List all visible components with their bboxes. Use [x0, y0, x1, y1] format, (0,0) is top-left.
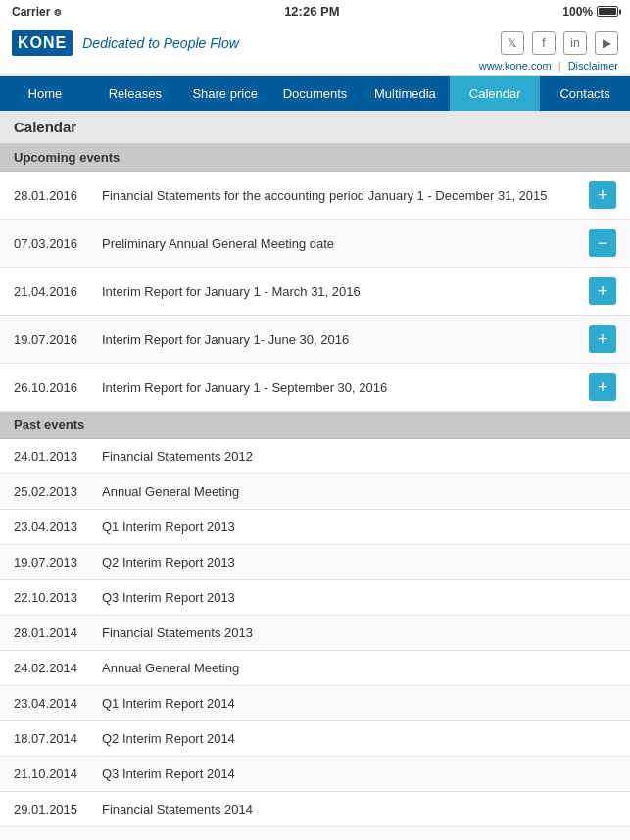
- past-event-row: 23.04.2014Q1 Interim Report 2014: [0, 686, 630, 721]
- event-title: Q3 Interim Report 2013: [102, 590, 616, 605]
- battery-bar: [597, 6, 618, 17]
- past-section-header: Past events: [0, 412, 630, 439]
- event-title: Q1 Interim Report 2013: [102, 519, 616, 534]
- facebook-icon[interactable]: f: [532, 31, 556, 55]
- expand-event-button[interactable]: +: [589, 373, 616, 401]
- social-icons-group: 𝕏 f in ▶: [501, 31, 618, 55]
- past-event-row: 29.01.2015Financial Statements 2014: [0, 792, 630, 827]
- event-title: Preliminary Annual General Meeting date: [102, 236, 589, 251]
- past-event-row: 24.02.2014Annual General Meeting: [0, 651, 630, 686]
- status-bar: Carrier ⌾ 12:26 PM 100%: [0, 0, 630, 23]
- header-links: www.kone.com | Disclaimer: [12, 58, 618, 72]
- event-title: Financial Statements 2012: [102, 449, 616, 464]
- event-title: Interim Report for January 1- June 30, 2…: [102, 332, 589, 347]
- expand-event-button[interactable]: +: [589, 277, 616, 305]
- past-event-row: 18.07.2014Q2 Interim Report 2014: [0, 721, 630, 757]
- event-title: Q2 Interim Report 2013: [102, 555, 616, 569]
- event-title: Q2 Interim Report 2014: [102, 731, 616, 746]
- event-title: Financial Statements 2013: [102, 625, 616, 640]
- event-date: 07.03.2016: [14, 236, 102, 251]
- carrier-label: Carrier: [12, 5, 50, 19]
- event-title: Q1 Interim Report 2014: [102, 696, 616, 711]
- upcoming-section-header: Upcoming events: [0, 144, 630, 172]
- battery-fill: [599, 8, 616, 15]
- page-title: Calendar: [0, 111, 630, 144]
- carrier-signal: Carrier ⌾: [12, 5, 61, 19]
- nav-calendar[interactable]: Calendar: [450, 76, 540, 111]
- event-date: 28.01.2016: [14, 188, 102, 203]
- twitter-icon[interactable]: 𝕏: [501, 31, 524, 55]
- past-event-row: 21.10.2014Q3 Interim Report 2014: [0, 757, 630, 792]
- event-date: 19.07.2016: [14, 332, 102, 347]
- battery-indicator: 100%: [562, 5, 618, 19]
- past-event-row: 24.01.2013Financial Statements 2012: [0, 439, 630, 474]
- collapse-event-button[interactable]: −: [589, 229, 616, 257]
- past-event-row: 28.01.2014Financial Statements 2013: [0, 616, 630, 651]
- logo-text: KONE: [18, 34, 67, 52]
- event-date: 19.07.2013: [14, 555, 102, 569]
- youtube-icon[interactable]: ▶: [595, 31, 618, 55]
- past-event-row: 25.02.2013Annual General Meeting: [0, 474, 630, 510]
- event-date: 22.10.2013: [14, 590, 102, 605]
- navigation: Home Releases Share price Documents Mult…: [0, 76, 630, 111]
- event-date: 29.01.2015: [14, 802, 102, 816]
- event-title: Interim Report for January 1 - March 31,…: [102, 284, 589, 299]
- kone-logo: KONE: [12, 30, 73, 56]
- linkedin-icon[interactable]: in: [563, 31, 587, 55]
- event-date: 25.02.2013: [14, 484, 102, 499]
- nav-contacts[interactable]: Contacts: [540, 76, 630, 111]
- wifi-icon: ⌾: [54, 5, 61, 19]
- upcoming-events-list: 28.01.2016Financial Statements for the a…: [0, 172, 630, 412]
- past-events-list: 24.01.2013Financial Statements 201225.02…: [0, 439, 630, 840]
- pipe-divider: |: [558, 60, 561, 72]
- disclaimer-link[interactable]: Disclaimer: [568, 60, 618, 72]
- event-title: Q3 Interim Report 2014: [102, 766, 616, 781]
- event-date: 21.10.2014: [14, 766, 102, 781]
- expand-event-button[interactable]: +: [589, 325, 616, 353]
- battery-percent: 100%: [562, 5, 593, 19]
- past-event-row: 23.04.2013Q1 Interim Report 2013: [0, 510, 630, 545]
- header-top: KONE Dedicated to People Flow 𝕏 f in ▶: [12, 30, 618, 56]
- event-title: Annual General Meeting: [102, 484, 616, 499]
- nav-releases[interactable]: Releases: [90, 76, 180, 111]
- tagline: Dedicated to People Flow: [82, 35, 239, 51]
- event-date: 23.04.2013: [14, 519, 102, 534]
- upcoming-event-row: 21.04.2016Interim Report for January 1 -…: [0, 268, 630, 316]
- nav-home[interactable]: Home: [0, 76, 90, 111]
- event-date: 18.07.2014: [14, 731, 102, 746]
- event-title: Financial Statements for the accounting …: [102, 188, 589, 203]
- nav-multimedia[interactable]: Multimedia: [360, 76, 450, 111]
- upcoming-event-row: 28.01.2016Financial Statements for the a…: [0, 172, 630, 220]
- event-date: 24.02.2014: [14, 661, 102, 675]
- past-event-row: 22.10.2013Q3 Interim Report 2013: [0, 580, 630, 616]
- event-date: 23.04.2014: [14, 696, 102, 711]
- nav-documents[interactable]: Documents: [270, 76, 361, 111]
- expand-event-button[interactable]: +: [589, 181, 616, 209]
- header: KONE Dedicated to People Flow 𝕏 f in ▶ w…: [0, 23, 630, 76]
- clock: 12:26 PM: [284, 4, 339, 19]
- upcoming-event-row: 07.03.2016Preliminary Annual General Mee…: [0, 220, 630, 268]
- event-date: 26.10.2016: [14, 380, 102, 395]
- upcoming-event-row: 19.07.2016Interim Report for January 1- …: [0, 316, 630, 364]
- nav-share-price[interactable]: Share price: [180, 76, 270, 111]
- event-title: Financial Statements 2014: [102, 802, 616, 816]
- website-link[interactable]: www.kone.com: [479, 60, 552, 72]
- past-event-row: 23.02.2015Annual General Meeting: [0, 827, 630, 840]
- event-date: 24.01.2013: [14, 449, 102, 464]
- past-event-row: 19.07.2013Q2 Interim Report 2013: [0, 545, 630, 580]
- event-title: Annual General Meeting: [102, 661, 616, 675]
- logo-area: KONE Dedicated to People Flow: [12, 30, 239, 56]
- upcoming-event-row: 26.10.2016Interim Report for January 1 -…: [0, 364, 630, 412]
- event-date: 21.04.2016: [14, 284, 102, 299]
- event-title: Interim Report for January 1 - September…: [102, 380, 589, 395]
- event-date: 28.01.2014: [14, 625, 102, 640]
